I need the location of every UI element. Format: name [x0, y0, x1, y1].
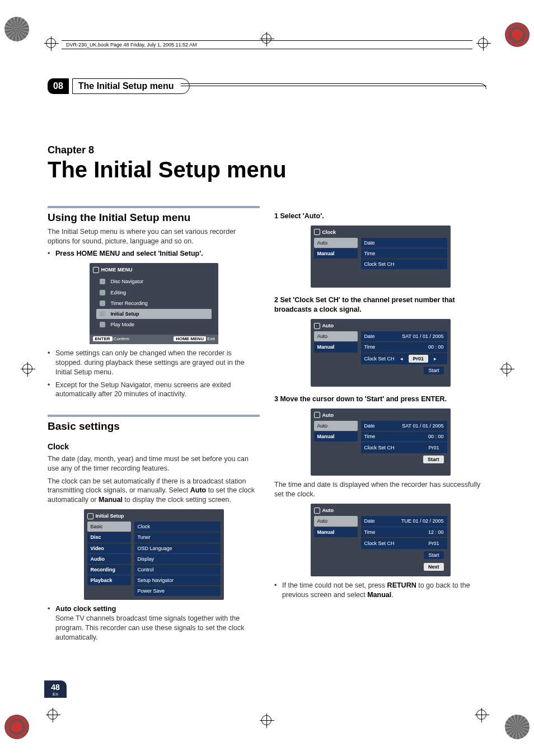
homemenu-button-label: HOME MENU: [174, 336, 206, 341]
option-item: Date: [361, 238, 447, 248]
gear-icon: [314, 323, 320, 329]
osd-auto-step2: Auto Auto Manual DateSAT 01 / 01 / 2005 …: [311, 319, 451, 387]
value-channel: Pr01: [424, 444, 443, 452]
disc-navigator-icon: [100, 279, 105, 284]
registration-mark: [46, 38, 56, 48]
home-icon: [93, 267, 99, 273]
chapter-title: The Initial Setup menu: [48, 157, 486, 182]
value-date: SAT 01 / 01 / 2005: [402, 333, 443, 340]
nav-item: Manual: [314, 248, 358, 259]
editing-icon: [100, 290, 105, 295]
nav-item: Auto: [314, 331, 358, 341]
note-item: Some settings can only be changed when t…: [55, 349, 260, 377]
right-column: 1 Select 'Auto'. Clock Auto Manual Date …: [274, 204, 486, 646]
registration-mark: [22, 364, 32, 374]
option-item: Setup Navigator: [134, 575, 221, 585]
nav-item: Auto: [314, 421, 358, 431]
nav-item: Auto: [314, 516, 358, 526]
note-item: Except for the Setup Navigator, menu scr…: [55, 381, 260, 400]
gear-icon: [314, 508, 320, 514]
page-footer: 48 En: [44, 680, 67, 698]
value-time: 12 : 00: [428, 529, 444, 536]
nav-item: Playback: [87, 575, 131, 585]
left-arrow-icon: ◂: [400, 355, 403, 362]
menu-item: Play Mode: [111, 321, 135, 328]
print-corner-tl: [0, 17, 34, 50]
osd-home-menu: HOME MENU Disc Navigator Editing Timer R…: [90, 263, 218, 344]
print-corner-bl: [0, 706, 34, 739]
osd-title: Auto: [322, 412, 334, 419]
option-item: Clock Set CH: [361, 259, 447, 269]
nav-item: Basic: [87, 522, 131, 532]
auto-clock-setting-para: Some TV channels broadcast time signals …: [55, 614, 260, 642]
book-meta-header: DVR-230_UK.book Page 48 Friday, July 1, …: [62, 40, 472, 49]
nav-item: Manual: [314, 342, 358, 352]
section-title: The Initial Setup menu: [72, 78, 190, 94]
section-header: 08 The Initial Setup menu: [48, 78, 486, 94]
gear-icon: [87, 513, 93, 519]
nav-item: Audio: [87, 554, 131, 564]
osd-auto-step3: Auto Auto Manual DateSAT 01 / 01 / 2005 …: [311, 408, 451, 476]
option-item: Time: [361, 248, 447, 259]
heading-clock: Clock: [48, 442, 260, 452]
osd-title: Auto: [322, 507, 334, 514]
gear-icon: [314, 412, 320, 418]
step-3: 3 Move the cursor down to 'Start' and pr…: [274, 395, 486, 404]
value-date: TUE 01 / 02 / 2005: [401, 518, 444, 524]
menu-item-selected: Initial Setup: [111, 311, 139, 317]
osd-title: Initial Setup: [96, 513, 124, 519]
label-clock-set-ch: Clock Set CH: [364, 540, 395, 547]
osd-title: Clock: [322, 229, 336, 236]
success-paragraph: The time and date is displayed when the …: [274, 480, 486, 499]
nav-item: Manual: [314, 431, 358, 442]
start-button: Start: [424, 551, 443, 559]
label-date: Date: [364, 518, 375, 524]
menu-item: Timer Recording: [111, 300, 148, 307]
registration-mark: [48, 710, 58, 720]
gear-icon: [100, 311, 105, 317]
return-note: If the time could not be set, press RETU…: [282, 581, 486, 600]
print-corner-br: [500, 706, 534, 739]
auto-clock-setting-heading: Auto clock setting: [55, 605, 116, 613]
auto-clock-setting-item: Auto clock setting Some TV channels broa…: [55, 604, 260, 642]
press-home-menu-step: Press HOME MENU and select 'Initial Setu…: [55, 250, 203, 257]
play-icon: [100, 322, 105, 327]
nav-item: Auto: [314, 238, 358, 248]
footer-exit: Exit: [207, 336, 214, 341]
registration-mark: [478, 38, 488, 48]
value-date: SAT 01 / 01 / 2005: [402, 422, 443, 429]
value-channel: Pr01: [409, 355, 429, 363]
label-time: Time: [364, 344, 376, 350]
heading-using-initial-setup: Using the Initial Setup menu: [48, 206, 260, 225]
start-button: Start: [424, 367, 443, 374]
value-time: 00 : 00: [428, 433, 444, 440]
registration-mark: [261, 715, 271, 725]
nav-item: Recording: [87, 565, 131, 575]
osd-title: Auto: [322, 322, 334, 329]
step-1: 1 Select 'Auto'.: [274, 212, 486, 221]
label-clock-set-ch: Clock Set CH: [364, 444, 395, 451]
using-paragraph: The Initial Setup menu is where you can …: [48, 227, 260, 246]
clock-para-1: The date (day, month, year) and time mus…: [48, 454, 260, 473]
section-number: 08: [48, 78, 69, 94]
next-button: Next: [424, 563, 444, 571]
page-number: 48: [51, 683, 60, 692]
option-item: Clock: [134, 522, 221, 532]
option-item: OSD Language: [134, 543, 221, 553]
label-time: Time: [364, 433, 376, 440]
label-date: Date: [364, 422, 375, 429]
clock-para-2: The clock can be set automatically if th…: [48, 477, 260, 505]
value-channel: Pr01: [424, 539, 443, 547]
label-time: Time: [364, 529, 376, 536]
footer-confirm: Confirm: [114, 336, 129, 341]
nav-item: Disc: [87, 532, 131, 542]
option-item: Display: [134, 554, 221, 564]
right-arrow-icon: ▸: [434, 355, 437, 362]
option-item: Control: [134, 565, 221, 575]
osd-auto-result: Auto Auto Manual DateTUE 01 / 02 / 2005 …: [311, 504, 451, 576]
left-column: Using the Initial Setup menu The Initial…: [48, 204, 260, 646]
start-button: Start: [423, 456, 444, 463]
registration-mark: [476, 710, 486, 720]
osd-initial-setup: Initial Setup Basic Disc Video Audio Rec…: [84, 509, 224, 600]
page-lang: En: [44, 692, 67, 697]
